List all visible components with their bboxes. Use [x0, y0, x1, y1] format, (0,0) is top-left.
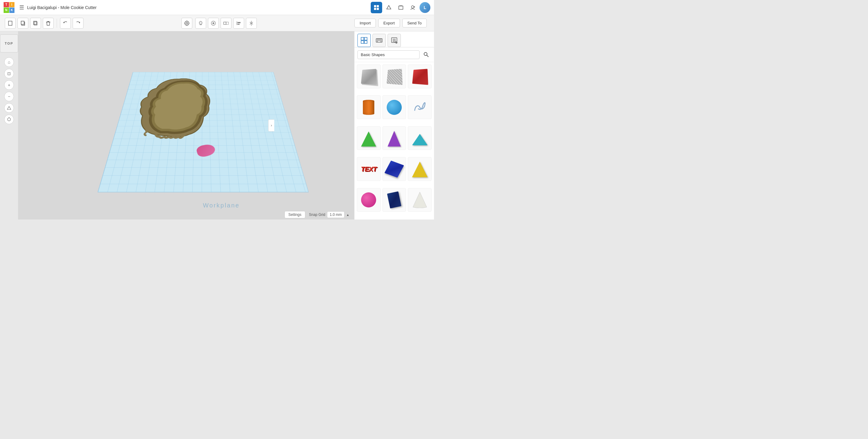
shape-pyramid-yellow[interactable] — [408, 157, 432, 181]
svg-rect-1 — [377, 5, 379, 7]
shapes-category-select[interactable]: Basic Shapes — [358, 50, 420, 59]
document-title: Luigi Bacigalupi - Mole Cookie Cutter — [27, 5, 368, 10]
main-content: TOP ⌂ ⊡ + − — [0, 31, 434, 220]
shape-box-striped[interactable] — [382, 64, 406, 88]
shape-prism-navy[interactable] — [382, 188, 406, 212]
svg-rect-23 — [361, 37, 364, 40]
logo-i: I — [9, 2, 15, 7]
view-cube-label: TOP — [5, 41, 13, 45]
panel-collapse-arrow[interactable]: › — [268, 119, 274, 131]
shapes-grid: TEXT — [354, 62, 434, 220]
logo-n: N — [4, 7, 9, 13]
delete-button[interactable] — [43, 18, 54, 29]
import-button[interactable]: Import — [354, 19, 376, 27]
snap-grid-value[interactable]: 1.0 mm — [327, 211, 344, 218]
bottom-bar: Settings Snap Grid 1.0 mm ▲ — [284, 211, 349, 218]
shape-cylinder[interactable] — [357, 95, 381, 119]
tinkercad-logo[interactable]: T I N K — [4, 2, 14, 13]
snap-grid-toggle[interactable]: ▲ — [346, 213, 349, 216]
svg-point-5 — [411, 6, 414, 8]
shape-sphere[interactable] — [382, 95, 406, 119]
svg-rect-16 — [224, 22, 226, 24]
copy-button[interactable] — [18, 18, 28, 29]
logo-t: T — [4, 2, 9, 7]
toolbar: Import Export Send To — [0, 15, 434, 31]
perspective-button[interactable] — [4, 103, 14, 113]
svg-rect-20 — [238, 24, 240, 25]
mirror-button[interactable] — [246, 18, 257, 29]
snap-grid-control: Snap Grid 1.0 mm ▲ — [309, 211, 349, 218]
zoom-in-button[interactable]: + — [4, 80, 14, 90]
snap-grid-label: Snap Grid — [309, 212, 325, 217]
svg-rect-4 — [399, 6, 403, 9]
svg-rect-17 — [226, 22, 228, 24]
shape-cone-white[interactable] — [408, 188, 432, 212]
send-to-button[interactable]: Send To — [402, 19, 427, 27]
svg-rect-2 — [374, 8, 376, 10]
svg-point-15 — [213, 22, 214, 24]
panel-tabs — [354, 31, 434, 47]
tab-shapes[interactable] — [358, 34, 371, 47]
svg-rect-6 — [8, 21, 12, 25]
home-view-button[interactable]: ⌂ — [4, 57, 14, 67]
align-button[interactable] — [233, 18, 244, 29]
export-button[interactable]: Export — [378, 19, 400, 27]
shape-scribble[interactable] — [408, 95, 432, 119]
shape-box-red[interactable] — [408, 64, 432, 88]
svg-point-13 — [199, 22, 202, 24]
svg-point-11 — [185, 21, 189, 25]
shape-pyramid-teal[interactable] — [408, 126, 432, 150]
left-panel: TOP ⌂ ⊡ + − — [0, 31, 18, 220]
user-avatar[interactable]: L — [420, 2, 430, 13]
shape-box-gray[interactable] — [357, 64, 381, 88]
document-icon: ☰ — [19, 4, 24, 11]
shape-pyramid-green[interactable] — [357, 126, 381, 150]
svg-rect-27 — [376, 38, 382, 42]
shapes-search-button[interactable] — [421, 50, 431, 59]
shape-text-3d[interactable]: TEXT — [357, 157, 381, 181]
fit-view-button[interactable]: ⊡ — [4, 69, 14, 78]
cookie-cutter-shape — [129, 77, 213, 140]
duplicate-button[interactable] — [30, 18, 41, 29]
new-button[interactable] — [5, 18, 16, 29]
shape-prism-blue[interactable] — [382, 157, 406, 181]
tab-notes[interactable] — [388, 34, 401, 47]
view-cube[interactable]: TOP — [0, 34, 18, 53]
redo-button[interactable] — [73, 18, 84, 29]
light-button[interactable] — [195, 18, 206, 29]
settings-button[interactable]: Settings — [284, 211, 305, 218]
shape-sphere-pink[interactable] — [357, 188, 381, 212]
svg-rect-24 — [364, 37, 367, 40]
group-button[interactable] — [221, 18, 231, 29]
top-bar: T I N K ☰ Luigi Bacigalupi - Mole Cookie… — [0, 0, 434, 15]
toolbar-right-actions: Import Export Send To — [354, 19, 427, 27]
shapes-search: Basic Shapes — [354, 47, 434, 62]
logo-k: K — [9, 7, 15, 13]
svg-point-22 — [7, 118, 10, 121]
rotate-view-button[interactable] — [4, 115, 14, 124]
shape-pyramid-purple[interactable] — [382, 126, 406, 150]
top-right-controls: L — [371, 2, 430, 13]
zoom-out-button[interactable]: − — [4, 92, 14, 101]
svg-rect-8 — [21, 21, 24, 24]
svg-point-12 — [186, 22, 188, 24]
right-panel: Basic Shapes — [354, 31, 434, 220]
toolbar-separator-1 — [57, 19, 57, 28]
grid-view-button[interactable] — [371, 2, 382, 13]
projects-button[interactable] — [396, 2, 406, 13]
small-object — [195, 143, 216, 158]
view-mode-button[interactable] — [181, 18, 192, 29]
tab-ruler[interactable] — [373, 34, 386, 47]
svg-rect-19 — [238, 22, 241, 23]
build-button[interactable] — [383, 2, 394, 13]
svg-rect-3 — [377, 8, 379, 10]
svg-rect-26 — [364, 41, 367, 43]
add-user-button[interactable] — [407, 2, 418, 13]
workplane — [97, 72, 309, 193]
viewport[interactable]: Workplane Settings Snap Grid 1.0 mm ▲ › — [18, 31, 354, 220]
workplane-label: Workplane — [203, 202, 240, 209]
hole-button[interactable] — [208, 18, 219, 29]
svg-rect-0 — [374, 5, 376, 7]
svg-rect-25 — [361, 41, 364, 43]
undo-button[interactable] — [60, 18, 71, 29]
